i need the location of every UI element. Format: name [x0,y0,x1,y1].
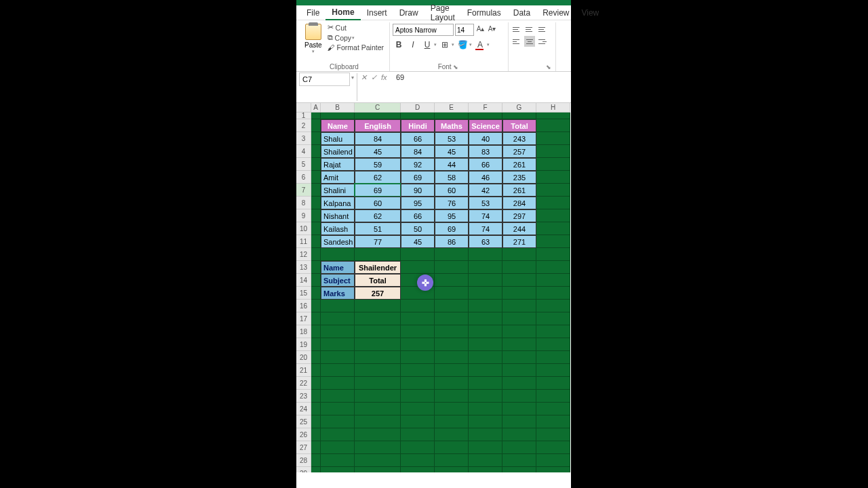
cell-G1[interactable] [502,113,536,119]
cell-G27[interactable] [502,441,536,454]
cell-H26[interactable] [536,428,570,441]
cell-A21[interactable] [311,364,321,377]
cell-C26[interactable] [355,428,401,441]
row-header-4[interactable]: 4 [296,145,311,158]
cell-A23[interactable] [311,390,321,403]
cell-D23[interactable] [401,390,435,403]
row-header-14[interactable]: 14 [296,274,311,287]
row-header-23[interactable]: 23 [296,390,311,403]
cell-D17[interactable] [401,312,435,325]
cell-B15[interactable]: Marks [321,287,355,300]
cell-B19[interactable] [321,338,355,351]
cell-F21[interactable] [469,364,502,377]
cell-E27[interactable] [435,441,469,454]
row-header-15[interactable]: 15 [296,287,311,300]
cell-H16[interactable] [536,300,570,312]
cell-E1[interactable] [435,113,469,119]
cut-button[interactable]: ✂Cut [326,23,385,32]
cell-C9[interactable]: 62 [355,209,401,222]
cell-B14[interactable]: Subject [321,274,355,287]
cell-F23[interactable] [469,390,502,403]
cell-F7[interactable]: 42 [469,184,502,197]
cell-A29[interactable] [311,467,321,472]
cell-D22[interactable] [401,377,435,390]
cell-A9[interactable] [311,209,321,222]
cell-G25[interactable] [502,415,536,428]
cell-C4[interactable]: 45 [355,145,401,158]
cell-C20[interactable] [355,351,401,364]
cell-E25[interactable] [435,415,469,428]
cell-B10[interactable]: Kailash [321,222,355,235]
row-header-13[interactable]: 13 [296,261,311,274]
menu-insert[interactable]: Insert [361,6,393,20]
cell-D16[interactable] [401,300,435,312]
cell-B25[interactable] [321,415,355,428]
cell-C16[interactable] [355,300,401,312]
cell-A2[interactable] [311,119,321,132]
row-header-6[interactable]: 6 [296,171,311,184]
cell-B5[interactable]: Rajat [321,158,355,171]
cell-G11[interactable]: 271 [502,235,536,248]
row-header-10[interactable]: 10 [296,222,311,235]
cell-E9[interactable]: 95 [435,209,469,222]
cell-C8[interactable]: 60 [355,197,401,209]
cell-A1[interactable] [311,113,321,119]
cell-A10[interactable] [311,222,321,235]
cell-C19[interactable] [355,338,401,351]
cell-A28[interactable] [311,454,321,467]
cell-G18[interactable] [502,325,536,338]
cell-H7[interactable] [536,184,570,197]
cell-C23[interactable] [355,390,401,403]
cell-H2[interactable] [536,119,570,132]
cell-A12[interactable] [311,248,321,261]
row-header-1[interactable]: 1 [296,113,311,119]
cell-A18[interactable] [311,325,321,338]
row-header-25[interactable]: 25 [296,415,311,428]
cell-B13[interactable]: Name [321,261,355,274]
cell-F14[interactable] [469,274,502,287]
align-top-button[interactable] [511,24,522,35]
cell-C15[interactable]: 257 [355,287,401,300]
cell-H21[interactable] [536,364,570,377]
cell-H14[interactable] [536,274,570,287]
cell-E26[interactable] [435,428,469,441]
cell-C2[interactable]: English [355,119,401,132]
cell-G9[interactable]: 297 [502,209,536,222]
select-all-corner[interactable] [296,103,311,113]
cell-C21[interactable] [355,364,401,377]
cell-D29[interactable] [401,467,435,472]
cell-D26[interactable] [401,428,435,441]
cell-C1[interactable] [355,113,401,119]
cell-E4[interactable]: 45 [435,145,469,158]
cell-A17[interactable] [311,312,321,325]
cell-A25[interactable] [311,415,321,428]
cell-C29[interactable] [355,467,401,472]
cell-D4[interactable]: 84 [401,145,435,158]
font-size-input[interactable] [455,24,474,36]
cell-F4[interactable]: 83 [469,145,502,158]
cell-E3[interactable]: 53 [435,132,469,145]
fx-icon[interactable]: fx [381,73,391,81]
cell-A6[interactable] [311,171,321,184]
cell-D3[interactable]: 66 [401,132,435,145]
cell-F1[interactable] [469,113,502,119]
enter-icon[interactable]: ✓ [371,73,380,82]
cell-A26[interactable] [311,428,321,441]
col-header-G[interactable]: G [502,103,536,113]
cell-E11[interactable]: 86 [435,235,469,248]
cell-A8[interactable] [311,197,321,209]
cell-C6[interactable]: 62 [355,171,401,184]
cell-D11[interactable]: 45 [401,235,435,248]
cell-H8[interactable] [536,197,570,209]
cell-B17[interactable] [321,312,355,325]
cell-G15[interactable] [502,287,536,300]
cell-G17[interactable] [502,312,536,325]
cell-F26[interactable] [469,428,502,441]
cell-D19[interactable] [401,338,435,351]
cell-E8[interactable]: 76 [435,197,469,209]
cell-G10[interactable]: 244 [502,222,536,235]
cell-D2[interactable]: Hindi [401,119,435,132]
cell-F17[interactable] [469,312,502,325]
cell-A11[interactable] [311,235,321,248]
cell-G8[interactable]: 284 [502,197,536,209]
